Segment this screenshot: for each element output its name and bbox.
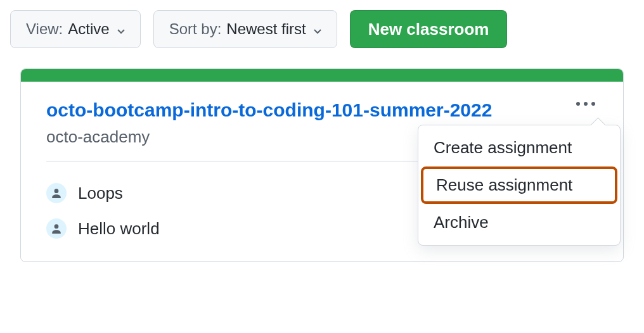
menu-item-archive[interactable]: Archive: [418, 204, 620, 241]
new-classroom-button[interactable]: New classroom: [350, 10, 508, 48]
kebab-menu-button[interactable]: [571, 97, 600, 111]
assignment-name: Hello world: [78, 219, 160, 239]
menu-item-create-assignment[interactable]: Create assignment: [418, 129, 620, 166]
view-filter-button[interactable]: View: Active: [10, 10, 141, 48]
sort-filter-button[interactable]: Sort by: Newest first: [153, 10, 337, 48]
kebab-dot-icon: [584, 102, 588, 106]
sort-selected: Newest first: [226, 20, 306, 38]
sort-label: Sort by:: [169, 20, 222, 38]
person-icon: [46, 218, 67, 239]
toolbar: View: Active Sort by: Newest first New c…: [0, 0, 644, 58]
dropdown-menu: Create assignment Reuse assignment Archi…: [418, 125, 621, 246]
kebab-dot-icon: [576, 102, 580, 106]
view-label: View:: [26, 20, 63, 38]
card-stripe: [21, 69, 623, 82]
view-selected: Active: [68, 20, 109, 38]
menu-item-reuse-assignment[interactable]: Reuse assignment: [421, 166, 617, 204]
assignment-name: Loops: [78, 184, 123, 203]
caret-down-icon: [117, 20, 125, 38]
kebab-dot-icon: [591, 102, 595, 106]
person-icon: [46, 183, 67, 203]
classroom-title-link[interactable]: octo-bootcamp-intro-to-coding-101-summer…: [46, 99, 598, 121]
classroom-card: octo-bootcamp-intro-to-coding-101-summer…: [20, 68, 624, 262]
caret-down-icon: [314, 20, 321, 38]
